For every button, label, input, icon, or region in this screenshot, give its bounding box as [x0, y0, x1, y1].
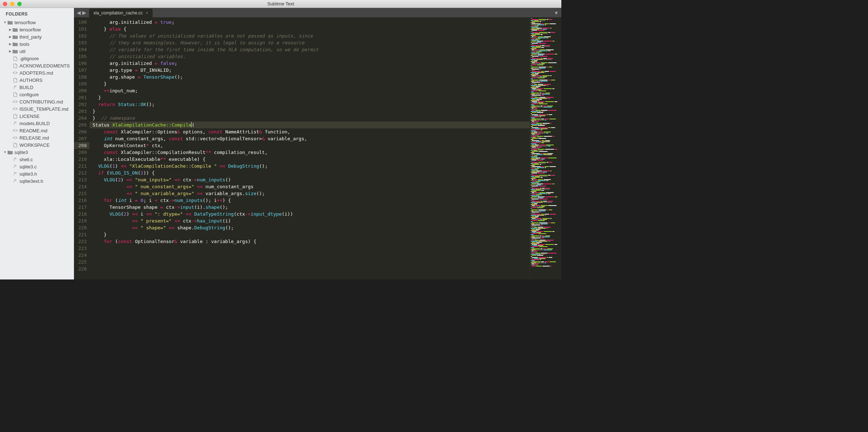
- line-number[interactable]: 194: [78, 46, 87, 53]
- sidebar-item-folder[interactable]: ▶tensorflow: [0, 26, 74, 33]
- sidebar[interactable]: FOLDERS ▼tensorflow▶tensorflow▶third_par…: [0, 8, 74, 279]
- line-number[interactable]: 192: [78, 32, 87, 39]
- sidebar-item-file[interactable]: configure: [0, 91, 74, 98]
- line-number[interactable]: 208: [74, 142, 89, 149]
- code-line[interactable]: arg.type = DT_INVALID;: [92, 67, 530, 74]
- line-number[interactable]: 207: [78, 135, 87, 142]
- code-line[interactable]: TensorShape shape = ctx->input(i).shape(…: [92, 204, 530, 211]
- line-number[interactable]: 219: [78, 217, 87, 224]
- line-number[interactable]: 196: [78, 60, 87, 67]
- line-number[interactable]: 222: [78, 238, 87, 245]
- sidebar-item-folder[interactable]: ▶util: [0, 48, 74, 55]
- sidebar-item-file[interactable]: AUTHORS: [0, 76, 74, 84]
- code-line[interactable]: const XlaCompiler::Options& options, con…: [92, 128, 530, 135]
- sidebar-item-file[interactable]: <>README.md: [0, 127, 74, 134]
- code-line[interactable]: << " num_constant_args=" << num_constant…: [92, 183, 530, 190]
- code-line[interactable]: // The values of uninitialized variables…: [92, 32, 530, 39]
- disclosure-icon[interactable]: ▶: [8, 49, 12, 53]
- line-number[interactable]: 224: [78, 252, 87, 259]
- line-number[interactable]: 193: [78, 39, 87, 46]
- line-number[interactable]: 195: [78, 53, 87, 60]
- code-line[interactable]: ++input_num;: [92, 87, 530, 94]
- tab-active[interactable]: xla_compilation_cache.cc ×: [89, 9, 153, 17]
- code-line[interactable]: arg.initialized = false;: [92, 60, 530, 67]
- disclosure-icon[interactable]: ▼: [3, 21, 7, 24]
- line-number[interactable]: 200: [78, 87, 87, 94]
- code-line[interactable]: VLOG(2) << "num_inputs=" << ctx->num_inp…: [92, 176, 530, 183]
- line-number[interactable]: 215: [78, 190, 87, 197]
- code-line[interactable]: for (const OptionalTensor& variable : va…: [92, 238, 530, 245]
- sidebar-item-file[interactable]: ACKNOWLEDGMENTS: [0, 62, 74, 69]
- line-number[interactable]: 204: [78, 115, 87, 122]
- code-line[interactable]: if (VLOG_IS_ON(2)) {: [92, 169, 530, 176]
- line-number[interactable]: 217: [78, 204, 87, 211]
- code-line[interactable]: }: [92, 108, 530, 115]
- code-line[interactable]: int num_constant_args, const std::vector…: [92, 135, 530, 142]
- code-line[interactable]: } // namespace: [92, 115, 530, 122]
- code-line[interactable]: return Status::OK();: [92, 101, 530, 108]
- code-line[interactable]: VLOG(1) << "XlaCompilationCache::Compile…: [92, 163, 530, 169]
- line-number[interactable]: 223: [78, 245, 87, 252]
- line-number[interactable]: 212: [78, 169, 87, 176]
- close-icon[interactable]: ×: [146, 10, 148, 16]
- code-line[interactable]: // they are meaningless. However, it is …: [92, 39, 530, 46]
- sidebar-item-file[interactable]: /*sqlite3.h: [0, 170, 74, 177]
- line-number[interactable]: 221: [78, 231, 87, 238]
- sidebar-item-file[interactable]: .gitignore: [0, 55, 74, 62]
- line-number[interactable]: 190: [78, 19, 87, 26]
- disclosure-icon[interactable]: ▶: [8, 42, 12, 46]
- line-number[interactable]: 214: [78, 183, 87, 190]
- disclosure-icon[interactable]: ▼: [3, 150, 7, 154]
- sidebar-item-file[interactable]: /*sqlite3.c: [0, 163, 74, 170]
- code-line[interactable]: }: [92, 231, 530, 238]
- line-number[interactable]: 202: [78, 101, 87, 108]
- code-line[interactable]: arg.shape = TensorShape();: [92, 74, 530, 80]
- code-line[interactable]: for (int i = 0; i < ctx->num_inputs(); i…: [92, 197, 530, 204]
- code-line[interactable]: // variable for the first time inside th…: [92, 46, 530, 53]
- code-line[interactable]: }: [92, 80, 530, 87]
- line-number[interactable]: 198: [78, 74, 87, 80]
- line-number[interactable]: 191: [78, 26, 87, 32]
- line-number[interactable]: 203: [78, 108, 87, 115]
- minimize-window-button[interactable]: [10, 2, 14, 6]
- code-line[interactable]: }: [92, 94, 530, 101]
- disclosure-icon[interactable]: ▶: [8, 35, 12, 39]
- nav-back-icon[interactable]: ◀: [77, 10, 81, 16]
- tab-overflow-icon[interactable]: ▾: [551, 8, 561, 17]
- code-line[interactable]: } else {: [92, 26, 530, 32]
- code-line[interactable]: << " shape=" << shape.DebugString();: [92, 224, 530, 231]
- maximize-window-button[interactable]: [17, 2, 22, 6]
- sidebar-item-file[interactable]: <>RELEASE.md: [0, 134, 74, 141]
- code-line[interactable]: arg.initialized = true;: [92, 19, 530, 26]
- nav-forward-icon[interactable]: ▶: [82, 10, 86, 16]
- sidebar-item-file[interactable]: <>ISSUE_TEMPLATE.md: [0, 105, 74, 113]
- minimap[interactable]: [530, 17, 561, 279]
- line-number[interactable]: 205: [78, 122, 87, 128]
- line-number[interactable]: 225: [78, 259, 87, 265]
- code-line[interactable]: << " num_variable_args=" << variable_arg…: [92, 190, 530, 197]
- line-number[interactable]: 216: [78, 197, 87, 204]
- close-window-button[interactable]: [3, 2, 7, 6]
- sidebar-item-file[interactable]: <>CONTRIBUTING.md: [0, 98, 74, 105]
- code-line[interactable]: VLOG(2) << i << ": dtype=" << DataTypeSt…: [92, 211, 530, 217]
- sidebar-item-folder[interactable]: ▼tensorflow: [0, 19, 74, 26]
- line-number[interactable]: 213: [78, 176, 87, 183]
- sidebar-item-file[interactable]: /*sqlite3ext.h: [0, 177, 74, 185]
- line-number[interactable]: 220: [78, 224, 87, 231]
- sidebar-item-file[interactable]: /*shell.c: [0, 156, 74, 163]
- line-number[interactable]: 211: [78, 163, 87, 169]
- sidebar-item-file[interactable]: <>ADOPTERS.md: [0, 69, 74, 76]
- sidebar-item-folder[interactable]: ▶tools: [0, 40, 74, 48]
- sidebar-item-folder[interactable]: ▶third_party: [0, 33, 74, 40]
- sidebar-item-file[interactable]: /*BUILD: [0, 84, 74, 91]
- sidebar-item-folder[interactable]: ▼sqlite3: [0, 149, 74, 156]
- line-number[interactable]: 209: [78, 149, 87, 156]
- code-area[interactable]: arg.initialized = true; } else { // The …: [89, 17, 530, 279]
- code-line[interactable]: << " present=" << ctx->has_input(i): [92, 217, 530, 224]
- line-number[interactable]: 199: [78, 80, 87, 87]
- line-number[interactable]: 210: [78, 156, 87, 163]
- editor[interactable]: 1901911921931941951961971981992002012022…: [74, 17, 561, 279]
- code-line[interactable]: const XlaCompiler::CompilationResult** c…: [92, 149, 530, 156]
- code-line[interactable]: xla::LocalExecutable** executable) {: [92, 156, 530, 163]
- line-number[interactable]: 201: [78, 94, 87, 101]
